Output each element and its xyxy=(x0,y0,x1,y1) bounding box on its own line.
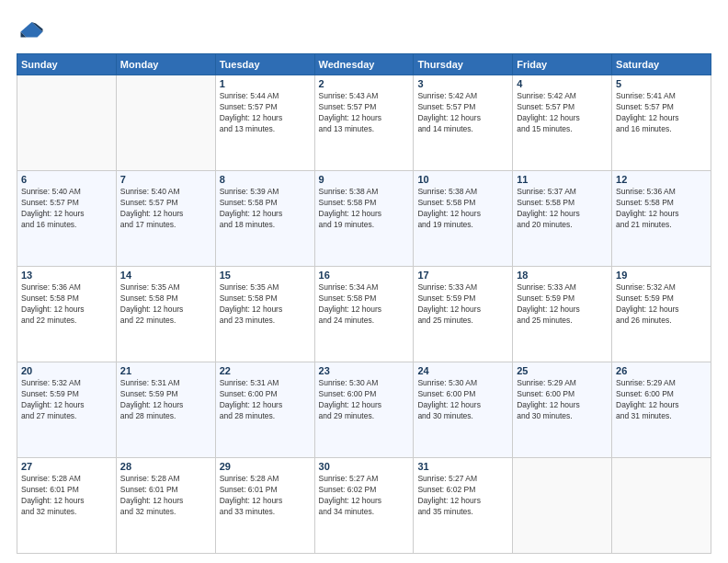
daylight-text: Daylight: 12 hours xyxy=(616,400,707,411)
calendar-cell: 26Sunrise: 5:29 AMSunset: 6:00 PMDayligh… xyxy=(612,362,711,458)
day-info: Sunrise: 5:33 AMSunset: 5:59 PMDaylight:… xyxy=(417,282,508,327)
calendar-cell: 4Sunrise: 5:42 AMSunset: 5:57 PMDaylight… xyxy=(513,75,612,171)
day-number: 12 xyxy=(616,174,707,185)
daylight-text: Daylight: 12 hours xyxy=(616,209,707,220)
calendar-cell: 3Sunrise: 5:42 AMSunset: 5:57 PMDaylight… xyxy=(414,75,513,171)
daylight-text: Daylight: 12 hours xyxy=(21,400,112,411)
day-number: 8 xyxy=(220,174,311,185)
calendar-week-row: 6Sunrise: 5:40 AMSunset: 5:57 PMDaylight… xyxy=(17,171,711,267)
sunrise-text: Sunrise: 5:43 AM xyxy=(319,91,410,102)
weekday-header: Friday xyxy=(513,54,612,75)
sunset-text: Sunset: 5:58 PM xyxy=(517,198,608,209)
calendar-cell: 19Sunrise: 5:32 AMSunset: 5:59 PMDayligh… xyxy=(612,267,711,362)
sunset-text: Sunset: 5:59 PM xyxy=(517,293,608,304)
daylight-text-cont: and 30 minutes. xyxy=(417,411,508,422)
calendar-cell: 7Sunrise: 5:40 AMSunset: 5:57 PMDaylight… xyxy=(116,171,215,267)
day-info: Sunrise: 5:29 AMSunset: 6:00 PMDaylight:… xyxy=(517,378,608,422)
calendar-cell: 25Sunrise: 5:29 AMSunset: 6:00 PMDayligh… xyxy=(513,362,612,458)
day-info: Sunrise: 5:40 AMSunset: 5:57 PMDaylight:… xyxy=(21,187,112,231)
sunrise-text: Sunrise: 5:37 AM xyxy=(517,187,608,198)
day-number: 31 xyxy=(417,461,508,472)
logo-icon xyxy=(17,17,44,44)
day-info: Sunrise: 5:36 AMSunset: 5:58 PMDaylight:… xyxy=(616,187,707,231)
day-info: Sunrise: 5:34 AMSunset: 5:58 PMDaylight:… xyxy=(319,282,410,327)
header xyxy=(17,17,711,44)
sunset-text: Sunset: 6:02 PM xyxy=(417,485,508,496)
daylight-text-cont: and 28 minutes. xyxy=(120,411,211,422)
daylight-text-cont: and 14 minutes. xyxy=(417,124,508,135)
daylight-text-cont: and 32 minutes. xyxy=(120,507,211,518)
day-number: 11 xyxy=(517,174,608,185)
daylight-text-cont: and 13 minutes. xyxy=(220,124,311,135)
weekday-header: Monday xyxy=(116,54,215,75)
day-number: 18 xyxy=(517,270,608,281)
daylight-text: Daylight: 12 hours xyxy=(21,496,112,507)
sunrise-text: Sunrise: 5:40 AM xyxy=(120,187,211,198)
weekday-header: Tuesday xyxy=(215,54,314,75)
day-info: Sunrise: 5:44 AMSunset: 5:57 PMDaylight:… xyxy=(220,91,311,135)
weekday-header: Saturday xyxy=(612,54,711,75)
day-number: 27 xyxy=(21,461,112,472)
sunset-text: Sunset: 5:59 PM xyxy=(120,389,211,400)
day-number: 2 xyxy=(319,78,410,89)
sunset-text: Sunset: 5:57 PM xyxy=(220,102,311,113)
calendar-cell: 27Sunrise: 5:28 AMSunset: 6:01 PMDayligh… xyxy=(17,458,117,554)
day-info: Sunrise: 5:38 AMSunset: 5:58 PMDaylight:… xyxy=(319,187,410,231)
daylight-text: Daylight: 12 hours xyxy=(120,304,211,316)
calendar-cell: 28Sunrise: 5:28 AMSunset: 6:01 PMDayligh… xyxy=(116,458,215,554)
daylight-text-cont: and 30 minutes. xyxy=(517,411,608,422)
daylight-text: Daylight: 12 hours xyxy=(319,496,410,507)
sunrise-text: Sunrise: 5:39 AM xyxy=(220,187,311,198)
calendar-cell: 17Sunrise: 5:33 AMSunset: 5:59 PMDayligh… xyxy=(414,267,513,362)
calendar-cell: 9Sunrise: 5:38 AMSunset: 5:58 PMDaylight… xyxy=(314,171,414,267)
sunset-text: Sunset: 5:58 PM xyxy=(220,198,311,209)
sunrise-text: Sunrise: 5:36 AM xyxy=(616,187,707,198)
calendar-cell: 18Sunrise: 5:33 AMSunset: 5:59 PMDayligh… xyxy=(513,267,612,362)
day-number: 15 xyxy=(220,270,311,281)
day-info: Sunrise: 5:27 AMSunset: 6:02 PMDaylight:… xyxy=(319,474,410,518)
sunset-text: Sunset: 5:58 PM xyxy=(417,198,508,209)
daylight-text-cont: and 15 minutes. xyxy=(517,124,608,135)
sunrise-text: Sunrise: 5:33 AM xyxy=(517,282,608,293)
calendar-cell: 6Sunrise: 5:40 AMSunset: 5:57 PMDaylight… xyxy=(17,171,117,267)
calendar-cell: 1Sunrise: 5:44 AMSunset: 5:57 PMDaylight… xyxy=(215,75,314,171)
calendar-cell: 30Sunrise: 5:27 AMSunset: 6:02 PMDayligh… xyxy=(314,458,414,554)
sunset-text: Sunset: 5:59 PM xyxy=(21,389,112,400)
day-number: 16 xyxy=(319,270,410,281)
sunset-text: Sunset: 5:58 PM xyxy=(616,198,707,209)
daylight-text-cont: and 18 minutes. xyxy=(220,220,311,231)
day-info: Sunrise: 5:38 AMSunset: 5:58 PMDaylight:… xyxy=(417,187,508,231)
daylight-text: Daylight: 12 hours xyxy=(21,304,112,316)
day-info: Sunrise: 5:31 AMSunset: 6:00 PMDaylight:… xyxy=(220,378,311,422)
sunrise-text: Sunrise: 5:27 AM xyxy=(319,474,410,485)
day-number: 17 xyxy=(417,270,508,281)
day-info: Sunrise: 5:40 AMSunset: 5:57 PMDaylight:… xyxy=(120,187,211,231)
day-number: 1 xyxy=(220,78,311,89)
day-info: Sunrise: 5:43 AMSunset: 5:57 PMDaylight:… xyxy=(319,91,410,135)
day-number: 30 xyxy=(319,461,410,472)
daylight-text: Daylight: 12 hours xyxy=(517,113,608,124)
sunrise-text: Sunrise: 5:29 AM xyxy=(616,378,707,389)
day-info: Sunrise: 5:31 AMSunset: 5:59 PMDaylight:… xyxy=(120,378,211,422)
calendar-cell: 29Sunrise: 5:28 AMSunset: 6:01 PMDayligh… xyxy=(215,458,314,554)
calendar-cell: 13Sunrise: 5:36 AMSunset: 5:58 PMDayligh… xyxy=(17,267,117,362)
sunrise-text: Sunrise: 5:30 AM xyxy=(319,378,410,389)
calendar-cell xyxy=(116,75,215,171)
day-info: Sunrise: 5:39 AMSunset: 5:58 PMDaylight:… xyxy=(220,187,311,231)
day-info: Sunrise: 5:37 AMSunset: 5:58 PMDaylight:… xyxy=(517,187,608,231)
day-number: 6 xyxy=(21,174,112,185)
daylight-text-cont: and 29 minutes. xyxy=(319,411,410,422)
sunrise-text: Sunrise: 5:31 AM xyxy=(120,378,211,389)
day-number: 20 xyxy=(21,365,112,376)
daylight-text-cont: and 28 minutes. xyxy=(220,411,311,422)
day-info: Sunrise: 5:28 AMSunset: 6:01 PMDaylight:… xyxy=(120,474,211,518)
day-number: 19 xyxy=(616,270,707,281)
calendar-cell: 16Sunrise: 5:34 AMSunset: 5:58 PMDayligh… xyxy=(314,267,414,362)
day-number: 22 xyxy=(220,365,311,376)
sunset-text: Sunset: 5:58 PM xyxy=(21,293,112,304)
sunrise-text: Sunrise: 5:28 AM xyxy=(220,474,311,485)
day-number: 14 xyxy=(120,270,211,281)
day-info: Sunrise: 5:30 AMSunset: 6:00 PMDaylight:… xyxy=(417,378,508,422)
day-number: 23 xyxy=(319,365,410,376)
weekday-header: Wednesday xyxy=(314,54,414,75)
